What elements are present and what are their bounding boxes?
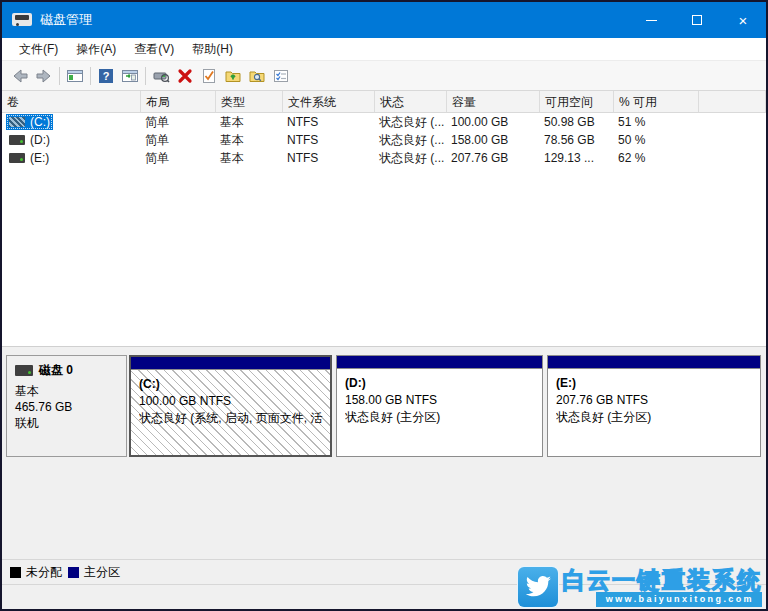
- watermark: 白云一键重装系统 www.baiyunxitong.com: [518, 567, 762, 607]
- partition-blocks: (C:) 100.00 GB NTFS 状态良好 (系统, 启动, 页面文件, …: [129, 355, 762, 457]
- menu-bar: 文件(F) 操作(A) 查看(V) 帮助(H): [2, 38, 766, 61]
- partition-e-block[interactable]: (E:) 207.76 GB NTFS 状态良好 (主分区): [547, 355, 761, 457]
- volume-c-layout: 简单: [141, 114, 216, 131]
- disk-0-row: 磁盘 0 基本 465.76 GB 联机 (C:) 100.00 GB NTFS…: [6, 355, 762, 457]
- partition-e-name: (E:): [556, 375, 754, 392]
- volume-d-free: 78.56 GB: [540, 133, 614, 147]
- volume-list-pane: 卷 布局 类型 文件系统 状态 容量 可用空间 % 可用 (C:) 简单 基本 …: [2, 91, 766, 346]
- volume-c-filesystem: NTFS: [283, 115, 375, 129]
- disk-0-type: 基本: [15, 383, 118, 399]
- help-button[interactable]: ?: [94, 64, 118, 88]
- partition-c-block[interactable]: (C:) 100.00 GB NTFS 状态良好 (系统, 启动, 页面文件, …: [129, 355, 332, 457]
- menu-action[interactable]: 操作(A): [67, 38, 125, 61]
- column-header-blank: [699, 91, 766, 113]
- volume-c-label[interactable]: (C:): [6, 114, 53, 130]
- disk-drive-icon: [12, 12, 32, 28]
- window-title: 磁盘管理: [40, 11, 92, 29]
- volume-e-type: 基本: [216, 150, 283, 167]
- volume-list-header: 卷 布局 类型 文件系统 状态 容量 可用空间 % 可用: [2, 91, 766, 113]
- primary-partition-swatch: [68, 567, 79, 578]
- volume-c-status: 状态良好 (...: [375, 114, 447, 131]
- check-document-icon: [200, 67, 218, 85]
- column-header-layout[interactable]: 布局: [141, 91, 216, 113]
- open-folder-button[interactable]: [221, 64, 245, 88]
- disk-0-name: 磁盘 0: [39, 362, 73, 379]
- minimize-button[interactable]: [628, 2, 674, 38]
- volume-e-free: 129.13 ...: [540, 151, 614, 165]
- partition-d-name: (D:): [345, 375, 536, 392]
- maximize-icon: [692, 15, 702, 25]
- volume-row-d[interactable]: (D:) 简单 基本 NTFS 状态良好 (... 158.00 GB 78.5…: [2, 131, 766, 149]
- volume-d-filesystem: NTFS: [283, 133, 375, 147]
- toolbar: ?: [2, 61, 766, 91]
- show-console-tree-button[interactable]: [63, 64, 87, 88]
- bird-logo-icon: [518, 567, 558, 607]
- volume-e-label[interactable]: (E:): [6, 150, 52, 166]
- drive-properties-icon: [152, 67, 170, 85]
- show-action-pane-icon: [121, 67, 139, 85]
- volume-d-percent: 50 %: [614, 133, 699, 147]
- volume-d-type: 基本: [216, 132, 283, 149]
- volume-row-c[interactable]: (C:) 简单 基本 NTFS 状态良好 (... 100.00 GB 50.9…: [2, 113, 766, 131]
- disk-0-icon: [15, 365, 33, 376]
- column-header-filesystem[interactable]: 文件系统: [283, 91, 375, 113]
- column-header-capacity[interactable]: 容量: [447, 91, 540, 113]
- unallocated-label: 未分配: [26, 564, 62, 581]
- properties-list-button[interactable]: [269, 64, 293, 88]
- volume-row-e[interactable]: (E:) 简单 基本 NTFS 状态良好 (... 207.76 GB 129.…: [2, 149, 766, 167]
- column-header-status[interactable]: 状态: [375, 91, 447, 113]
- column-header-type[interactable]: 类型: [216, 91, 283, 113]
- volume-c-free: 50.98 GB: [540, 115, 614, 129]
- disk-0-size: 465.76 GB: [15, 399, 118, 415]
- partition-c-color-bar: [131, 357, 330, 370]
- column-header-percent-free[interactable]: % 可用: [614, 91, 699, 113]
- volume-e-capacity: 207.76 GB: [447, 151, 540, 165]
- explore-folder-button[interactable]: [245, 64, 269, 88]
- menu-view[interactable]: 查看(V): [125, 38, 183, 61]
- disk-0-label-panel[interactable]: 磁盘 0 基本 465.76 GB 联机: [6, 355, 127, 457]
- partition-d-status: 状态良好 (主分区): [345, 409, 536, 426]
- toolbar-separator: [145, 67, 146, 85]
- help-icon: ?: [97, 67, 115, 85]
- volume-c-type: 基本: [216, 114, 283, 131]
- volume-e-layout: 简单: [141, 150, 216, 167]
- svg-text:?: ?: [103, 70, 110, 82]
- mark-partition-button[interactable]: [197, 64, 221, 88]
- back-button[interactable]: [8, 64, 32, 88]
- volume-e-status: 状态良好 (...: [375, 150, 447, 167]
- column-header-volume[interactable]: 卷: [2, 91, 141, 113]
- show-console-tree-icon: [66, 67, 84, 85]
- partition-d-color-bar: [337, 356, 542, 369]
- menu-help[interactable]: 帮助(H): [183, 38, 242, 61]
- properties-list-icon: [272, 67, 290, 85]
- close-icon: ×: [739, 13, 748, 28]
- partition-c-name: (C:): [139, 376, 324, 393]
- volume-d-icon: [9, 135, 25, 145]
- volume-c-percent: 51 %: [614, 115, 699, 129]
- partition-d-info: 158.00 GB NTFS: [345, 392, 536, 409]
- partition-e-status: 状态良好 (主分区): [556, 409, 754, 426]
- volume-e-filesystem: NTFS: [283, 151, 375, 165]
- explore-folder-icon: [248, 67, 266, 85]
- column-header-free-space[interactable]: 可用空间: [540, 91, 614, 113]
- toolbar-separator: [90, 67, 91, 85]
- close-button[interactable]: ×: [720, 2, 766, 38]
- watermark-title: 白云一键重装系统: [562, 568, 762, 592]
- forward-button[interactable]: [32, 64, 56, 88]
- menu-file[interactable]: 文件(F): [10, 38, 67, 61]
- disk-0-status: 联机: [15, 415, 118, 431]
- volume-c-capacity: 100.00 GB: [447, 115, 540, 129]
- delete-volume-button[interactable]: [173, 64, 197, 88]
- volume-d-label[interactable]: (D:): [6, 132, 53, 148]
- partition-e-info: 207.76 GB NTFS: [556, 392, 754, 409]
- volume-d-capacity: 158.00 GB: [447, 133, 540, 147]
- show-action-pane-button[interactable]: [118, 64, 142, 88]
- drive-properties-button[interactable]: [149, 64, 173, 88]
- partition-d-block[interactable]: (D:) 158.00 GB NTFS 状态良好 (主分区): [336, 355, 543, 457]
- delete-icon: [176, 67, 194, 85]
- disk-management-window: 磁盘管理 × 文件(F) 操作(A) 查看(V) 帮助(H) ?: [0, 0, 768, 611]
- back-icon: [11, 67, 29, 85]
- maximize-button[interactable]: [674, 2, 720, 38]
- volume-d-status: 状态良好 (...: [375, 132, 447, 149]
- primary-partition-label: 主分区: [84, 564, 120, 581]
